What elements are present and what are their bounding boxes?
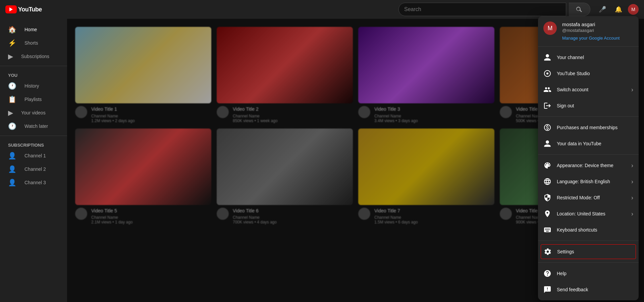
video-card-7[interactable]: Video Title 7 Channel Name 1.5M views • … <box>358 129 494 225</box>
video-stats-2: 850K views • 1 week ago <box>233 118 353 123</box>
language-icon <box>543 178 551 186</box>
help-item[interactable]: Help <box>538 265 639 282</box>
sidebar-item-watch-later[interactable]: 🕐 Watch later <box>0 119 67 133</box>
account-avatar-button[interactable]: M <box>628 4 639 15</box>
sub2-icon: 👤 <box>8 165 16 173</box>
video-channel-3: Channel Name <box>374 114 494 118</box>
switch-account-item[interactable]: Switch account › <box>538 82 639 98</box>
manage-account-link[interactable]: Manage your Google Account <box>562 36 620 41</box>
settings-item[interactable]: Settings <box>541 244 636 259</box>
location-arrow: › <box>631 210 633 217</box>
restricted-arrow: › <box>631 194 633 201</box>
sidebar-section-you: You <box>0 69 67 79</box>
youtube-logo[interactable]: YouTube <box>5 5 42 13</box>
send-feedback-label: Send feedback <box>557 287 633 292</box>
your-channel-label: Your channel <box>557 55 633 60</box>
sidebar-item-sub1[interactable]: 👤 Channel 1 <box>0 149 67 162</box>
sidebar-item-home[interactable]: 🏠 Home <box>0 23 67 36</box>
sidebar-item-sub2[interactable]: 👤 Channel 2 <box>0 162 67 176</box>
home-icon: 🏠 <box>8 26 16 34</box>
sign-out-label: Sign out <box>557 103 633 108</box>
notifications-button[interactable]: 🔔 <box>612 3 625 16</box>
language-item[interactable]: Language: British English › <box>538 173 639 190</box>
sidebar-divider-1 <box>0 66 67 66</box>
youtube-studio-item[interactable]: YouTube Studio <box>538 65 639 82</box>
language-arrow: › <box>631 178 633 185</box>
search-button[interactable] <box>569 3 590 16</box>
history-icon: 🕐 <box>8 82 16 90</box>
video-card-1[interactable]: Video Title 1 Channel Name 1.2M views • … <box>75 27 211 123</box>
channel-avatar-1 <box>75 106 87 118</box>
switch-account-arrow: › <box>631 86 633 93</box>
purchases-icon <box>543 123 551 132</box>
video-info-6: Video Title 6 Channel Name 700K views • … <box>217 208 353 224</box>
video-title-3: Video Title 3 <box>374 106 494 112</box>
youtube-logo-text: YouTube <box>18 6 42 13</box>
video-card-2[interactable]: Video Title 2 Channel Name 850K views • … <box>217 27 353 123</box>
data-icon <box>543 140 551 148</box>
microphone-button[interactable]: 🎤 <box>596 3 609 16</box>
sidebar-item-your-videos[interactable]: ▶ Your videos <box>0 106 67 119</box>
video-meta-2: Video Title 2 Channel Name 850K views • … <box>233 106 353 123</box>
video-thumb-5 <box>75 129 211 205</box>
sidebar-item-watch-later-label: Watch later <box>24 123 48 129</box>
video-card-3[interactable]: Video Title 3 Channel Name 3.4M views • … <box>358 27 494 123</box>
purchases-item[interactable]: Purchases and memberships <box>538 119 639 136</box>
appearance-item[interactable]: Appearance: Device theme › <box>538 157 639 173</box>
video-title-1: Video Title 1 <box>91 106 211 112</box>
video-stats-7: 1.5M views • 6 days ago <box>374 220 494 224</box>
channel-avatar-8 <box>500 208 512 220</box>
send-feedback-item[interactable]: Send feedback <box>538 282 639 298</box>
keyboard-item[interactable]: Keyboard shortcuts <box>538 222 639 238</box>
video-channel-6: Channel Name <box>233 215 353 220</box>
channel-avatar-7 <box>358 208 370 220</box>
your-data-label: Your data in YouTube <box>557 141 633 146</box>
help-icon <box>543 269 551 278</box>
video-info-3: Video Title 3 Channel Name 3.4M views • … <box>358 106 494 123</box>
channel-avatar-5 <box>75 208 87 220</box>
your-videos-icon: ▶ <box>8 109 13 117</box>
feedback-icon <box>543 286 551 294</box>
sidebar-divider-2 <box>0 136 67 136</box>
sidebar-item-sub3[interactable]: 👤 Channel 3 <box>0 176 67 189</box>
sidebar-item-shorts-label: Shorts <box>24 40 38 46</box>
channel-avatar-2 <box>217 106 229 118</box>
svg-point-0 <box>546 72 548 74</box>
sidebar-item-playlists[interactable]: 📋 Playlists <box>0 93 67 106</box>
your-data-item[interactable]: Your data in YouTube <box>538 136 639 152</box>
restricted-icon <box>543 194 551 202</box>
search-container <box>398 3 590 16</box>
video-info-2: Video Title 2 Channel Name 850K views • … <box>217 106 353 123</box>
appearance-label: Appearance: Device theme <box>557 163 626 168</box>
switch-account-label: Switch account <box>557 87 626 92</box>
video-card-6[interactable]: Video Title 6 Channel Name 700K views • … <box>217 129 353 225</box>
switch-icon <box>543 86 551 94</box>
studio-icon <box>543 69 551 78</box>
dropdown-username: mostafa asgari <box>562 21 633 27</box>
keyboard-label: Keyboard shortcuts <box>557 227 633 233</box>
sidebar-item-subscriptions[interactable]: ▶ Subscriptions <box>0 50 67 63</box>
sidebar-item-sub2-label: Channel 2 <box>24 166 46 172</box>
video-info-5: Video Title 5 Channel Name 2.1M views • … <box>75 208 211 224</box>
keyboard-icon <box>543 226 551 234</box>
video-channel-5: Channel Name <box>91 215 211 220</box>
restricted-item[interactable]: Restricted Mode: Off › <box>538 190 639 206</box>
video-card-5[interactable]: Video Title 5 Channel Name 2.1M views • … <box>75 129 211 225</box>
search-bar <box>398 3 566 16</box>
help-label: Help <box>557 271 633 276</box>
sidebar-item-history[interactable]: 🕐 History <box>0 79 67 93</box>
youtube-studio-label: YouTube Studio <box>557 71 633 76</box>
search-input[interactable] <box>404 6 560 12</box>
video-stats-5: 2.1M views • 1 day ago <box>91 220 211 224</box>
video-title-7: Video Title 7 <box>374 208 494 214</box>
subscriptions-icon: ▶ <box>8 52 13 60</box>
video-stats-3: 3.4M views • 3 days ago <box>374 118 494 123</box>
sidebar: 🏠 Home ⚡ Shorts ▶ Subscriptions You 🕐 Hi… <box>0 19 67 302</box>
sign-out-item[interactable]: Sign out <box>538 98 639 114</box>
appearance-icon <box>543 161 551 169</box>
sidebar-item-subscriptions-label: Subscriptions <box>21 54 49 59</box>
location-item[interactable]: Location: United States › <box>538 206 639 222</box>
sidebar-item-shorts[interactable]: ⚡ Shorts <box>0 36 67 50</box>
your-channel-item[interactable]: Your channel <box>538 49 639 65</box>
video-stats-6: 700K views • 4 days ago <box>233 220 353 224</box>
